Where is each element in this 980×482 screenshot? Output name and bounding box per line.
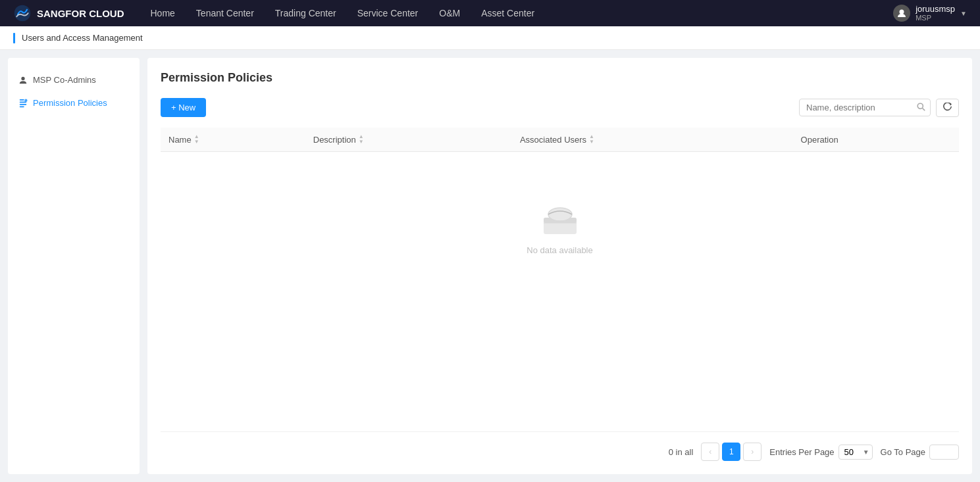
search-input-wrap [799,99,931,116]
main-layout: MSP Co-Admins Permission Policies Permis… [0,50,980,482]
goto-page-wrap: Go To Page 1 [881,445,959,460]
user-dropdown-chevron: ▼ [960,10,967,17]
svg-point-1 [900,10,904,14]
svg-point-7 [24,99,27,101]
user-info: joruusmsp MSP [916,4,955,23]
entries-per-page-wrap: Entries Per Page 50 20 100 ▼ [769,445,872,460]
breadcrumb: Users and Access Management [22,33,143,43]
prev-page-button[interactable]: ‹ [701,443,719,461]
content-area: Permission Policies + New [147,58,972,474]
new-button[interactable]: + New [161,98,206,117]
nav-trading-center[interactable]: Trading Center [275,8,336,18]
sidebar: MSP Co-Admins Permission Policies [8,58,140,474]
user-icon [18,76,28,85]
svg-point-12 [548,208,572,221]
accent-bar [13,33,15,43]
data-table: Name ▲▼ Description ▲▼ A [161,128,959,152]
brand-logo[interactable]: SANGFOR CLOUD [13,4,124,22]
pagination-controls: ‹ 1 › [701,443,761,461]
entries-per-page-select[interactable]: 50 20 100 [838,445,873,460]
empty-text: No data available [527,245,592,255]
brand-name: SANGFOR CLOUD [37,8,124,19]
col-associated-users[interactable]: Associated Users ▲▼ [512,128,793,152]
user-role: MSP [916,14,955,22]
svg-point-8 [917,103,923,108]
refresh-button[interactable] [936,99,959,117]
nav-asset-center[interactable]: Asset Center [481,8,534,18]
page-title: Permission Policies [161,71,959,85]
page-1-button[interactable]: 1 [722,443,740,461]
goto-page-input[interactable]: 1 [929,445,959,460]
table-header-row: Name ▲▼ Description ▲▼ A [161,128,959,152]
col-description[interactable]: Description ▲▼ [305,128,512,152]
empty-state: No data available [161,152,959,308]
search-input[interactable] [799,99,931,116]
user-area[interactable]: joruusmsp MSP ▼ [893,4,967,23]
sidebar-label-msp-co-admins: MSP Co-Admins [33,75,96,85]
page-header-bar: Users and Access Management [0,26,980,50]
nav-home[interactable]: Home [151,8,175,18]
svg-line-9 [923,108,925,110]
next-page-button[interactable]: › [743,443,761,461]
svg-point-2 [21,76,24,80]
sidebar-label-permission-policies: Permission Policies [33,98,107,108]
logo-icon [13,4,32,22]
sidebar-item-msp-co-admins[interactable]: MSP Co-Admins [8,68,140,91]
nav-links: Home Tenant Center Trading Center Servic… [151,8,894,18]
entries-label: Entries Per Page [769,447,834,457]
top-navigation: SANGFOR CLOUD Home Tenant Center Trading… [0,0,980,26]
avatar [893,5,910,22]
sort-arrows-associated-users: ▲▼ [589,134,594,145]
data-table-wrap: Name ▲▼ Description ▲▼ A [161,128,959,431]
col-name[interactable]: Name ▲▼ [161,128,305,152]
svg-rect-6 [20,106,24,107]
entries-select-container: 50 20 100 ▼ [838,445,873,460]
pagination-bar: 0 in all ‹ 1 › Entries Per Page 50 20 10… [161,431,959,461]
search-button[interactable] [917,103,925,113]
empty-icon [540,205,580,237]
nav-om[interactable]: O&M [439,8,460,18]
policy-icon [18,99,28,108]
toolbar: + New [161,98,959,117]
nav-service-center[interactable]: Service Center [357,8,419,18]
pagination-total: 0 in all [669,447,694,457]
user-name: joruusmsp [916,4,955,14]
search-area [799,99,959,117]
svg-rect-3 [20,99,24,100]
svg-rect-5 [20,103,27,105]
col-operation: Operation [793,128,959,152]
sidebar-item-permission-policies[interactable]: Permission Policies [8,91,140,114]
goto-page-label: Go To Page [881,447,925,457]
sort-arrows-description: ▲▼ [359,134,364,145]
nav-tenant-center[interactable]: Tenant Center [196,8,254,18]
sort-arrows-name: ▲▼ [194,134,199,145]
